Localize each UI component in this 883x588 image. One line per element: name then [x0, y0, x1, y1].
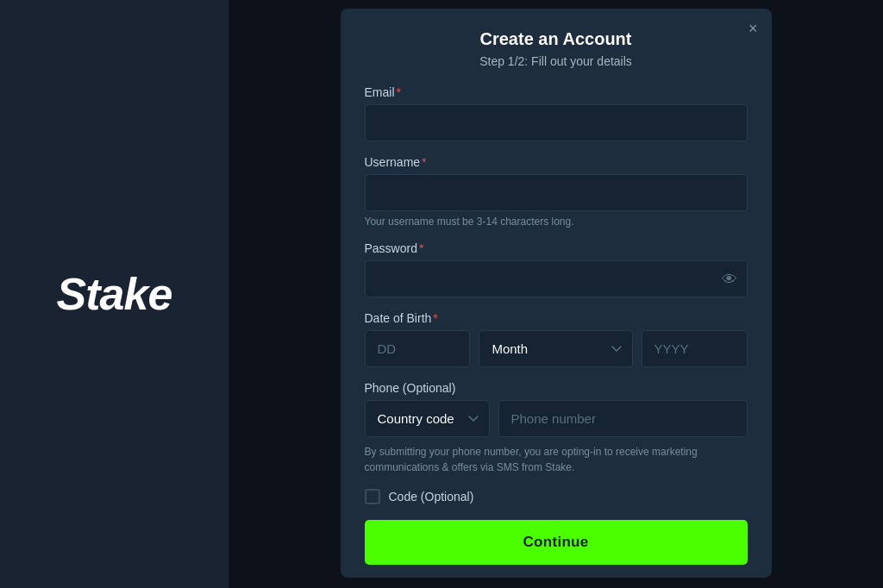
sms-notice: By submitting your phone number, you are…	[365, 444, 748, 475]
password-group: Password* 👁	[365, 241, 748, 297]
modal-subtitle: Step 1/2: Fill out your details	[365, 54, 748, 68]
country-code-select[interactable]: Country code +1 US +44 UK +61 AU	[365, 400, 490, 437]
phone-label: Phone (Optional)	[365, 381, 748, 395]
modal-overlay: × Create an Account Step 1/2: Fill out y…	[229, 0, 883, 588]
email-input[interactable]	[365, 104, 748, 141]
code-checkbox[interactable]	[365, 489, 380, 504]
email-group: Email*	[365, 85, 748, 141]
dob-row: Month January February March April May J…	[365, 330, 748, 367]
username-input[interactable]	[365, 174, 748, 211]
username-group: Username* Your username must be 3-14 cha…	[365, 155, 748, 228]
code-label: Code (Optional)	[389, 490, 474, 504]
left-panel: Stake	[0, 0, 229, 588]
dob-day-input[interactable]	[365, 330, 471, 367]
dob-label: Date of Birth*	[365, 311, 748, 325]
username-label: Username*	[365, 155, 748, 169]
close-button[interactable]: ×	[748, 21, 758, 36]
password-label: Password*	[365, 241, 748, 255]
phone-row: Country code +1 US +44 UK +61 AU	[365, 400, 748, 437]
stake-logo: Stake	[57, 268, 172, 320]
password-wrapper: 👁	[365, 260, 748, 297]
phone-group: Phone (Optional) Country code +1 US +44 …	[365, 381, 748, 475]
dob-group: Date of Birth* Month January February Ma…	[365, 311, 748, 367]
code-row: Code (Optional)	[365, 489, 748, 504]
toggle-password-icon[interactable]: 👁	[722, 270, 737, 288]
email-label: Email*	[365, 85, 748, 99]
registration-modal: × Create an Account Step 1/2: Fill out y…	[341, 9, 772, 578]
username-hint: Your username must be 3-14 characters lo…	[365, 216, 748, 228]
phone-number-input[interactable]	[498, 400, 748, 437]
password-input[interactable]	[365, 260, 748, 297]
modal-title: Create an Account	[365, 29, 748, 49]
continue-button[interactable]: Continue	[365, 520, 748, 565]
dob-year-input[interactable]	[642, 330, 748, 367]
dob-month-select[interactable]: Month January February March April May J…	[479, 330, 632, 367]
